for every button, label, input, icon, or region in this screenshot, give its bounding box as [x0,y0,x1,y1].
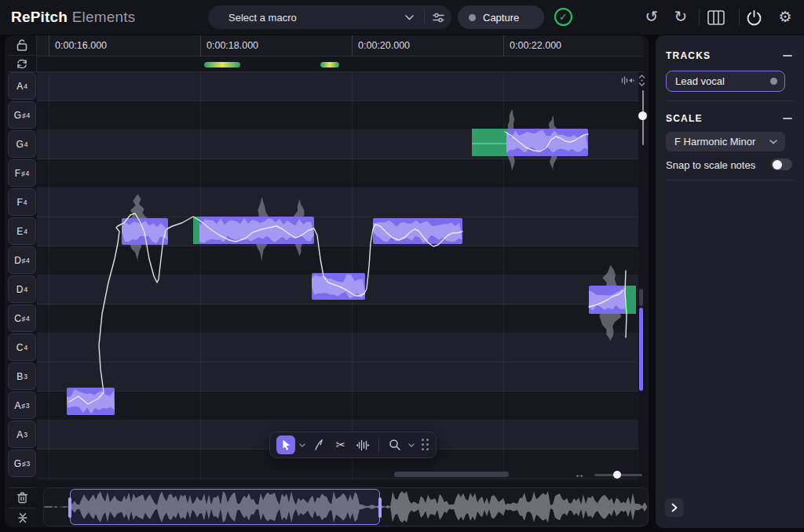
note-block-E4[interactable] [122,218,168,245]
zoom-tool-button[interactable] [386,435,404,454]
power-button[interactable] [746,9,766,26]
piano-key-B3[interactable]: B3 [8,363,36,390]
piano-key-Fs4[interactable]: F♯4 [8,159,36,187]
tool-bar: ✂ [269,432,437,458]
snap-to-scale-toggle[interactable] [771,159,792,170]
loop-marker[interactable] [204,62,240,67]
horizontal-scrollbar[interactable] [394,472,509,477]
capture-button[interactable]: Capture [458,5,544,29]
sidebar: TRACKS Lead vocal SCALE F Harmonic Minor… [656,35,804,528]
zoom-tool-dropdown-icon[interactable] [407,443,415,447]
piano-key-F4[interactable]: F4 [8,188,36,216]
scale-collapse-icon[interactable] [783,118,792,119]
grid-line [200,72,201,480]
loop-button[interactable] [8,56,37,72]
macro-settings-icon[interactable] [432,11,445,24]
vertical-scrollbar-shadow[interactable] [639,289,643,306]
scale-dropdown[interactable]: F Harmonic Minor [666,132,785,151]
toolbar-drag-handle[interactable] [422,439,429,451]
chevron-down-icon [769,140,777,144]
auto-scroll-icon[interactable] [621,75,634,86]
tracks-section-title: TRACKS [666,50,711,61]
macro-dropdown-label: Select a macro [228,12,297,24]
select-tool-dropdown-icon[interactable] [298,443,306,447]
grid-line [49,72,49,480]
tracks-collapse-icon[interactable] [783,55,792,56]
overview-selection[interactable] [70,489,380,525]
piano-key-Ds4[interactable]: D♯4 [8,246,36,274]
note-block-D4[interactable] [312,273,365,300]
piano-key-E4[interactable]: E4 [8,217,36,245]
piano-key-As3[interactable]: A♯3 [8,392,36,419]
lock-button[interactable] [8,35,37,56]
piano-key-Gs4[interactable]: G♯4 [8,101,36,129]
note-block-E4[interactable] [193,217,314,244]
vertical-zoom-knob[interactable] [638,111,647,120]
divider [424,10,425,24]
unvoiced-segment [193,217,199,244]
scissors-tool-button[interactable]: ✂ [331,435,350,454]
brand-name: RePitch [11,9,68,25]
piano-key-Gs3[interactable]: G♯3 [8,450,36,477]
grid-row [37,333,638,363]
capture-dot-icon [469,14,476,21]
warp-tool-button[interactable] [353,435,372,454]
top-bar: RePitch Elements Select a macro Capture … [0,0,804,35]
piano-key-A4[interactable]: A4 [8,72,36,100]
horizontal-zoom-icon: ↔ [574,468,585,480]
piano-keys: A4G♯4G4F♯4F4E4D♯4D4C♯4C4B3A♯3A3G♯3 [8,72,37,480]
track-name: Lead vocal [675,75,725,87]
app-logo: RePitch Elements [11,9,135,26]
note-block-As3[interactable] [67,388,115,415]
divider [666,180,794,180]
select-tool-button[interactable] [276,435,295,454]
piano-key-C4[interactable]: C4 [8,333,36,361]
note-block-G4[interactable] [472,129,588,156]
piano-key-A3[interactable]: A3 [8,421,36,448]
piano-key-G4[interactable]: G4 [8,130,36,158]
ruler-tick: 0:00:20.000 [352,35,353,56]
grid-row [37,304,638,333]
horizontal-zoom-knob[interactable] [613,471,621,479]
grid-row [37,392,638,421]
ruler-tick: 0:00:16.000 [49,35,49,56]
loop-ruler[interactable] [37,56,644,72]
track-color-dot [770,78,777,85]
piano-key-D4[interactable]: D4 [8,275,36,303]
redo-button[interactable]: ↻ [671,8,691,25]
note-block-E4[interactable] [373,218,462,244]
track-item-lead-vocal[interactable]: Lead vocal [666,71,785,92]
loop-marker[interactable] [320,62,339,67]
pitch-grid[interactable] [37,72,638,480]
snap-to-scale-label: Snap to scale notes [666,159,755,171]
note-block-D4[interactable] [589,286,636,314]
grid-row [37,72,638,101]
sidebar-expand-button[interactable] [665,498,684,517]
trim-button[interactable] [9,508,35,527]
status-check-icon: ✓ [554,8,572,26]
vertical-scrollbar[interactable] [639,308,643,391]
columns-view-button[interactable] [707,10,728,25]
waveform-overview[interactable] [43,487,649,527]
scale-section-title: SCALE [666,113,703,124]
unvoiced-segment [472,129,506,156]
unvoiced-segment [625,286,636,314]
macro-dropdown[interactable]: Select a macro [208,5,451,29]
vertical-zoom-icon[interactable] [637,75,647,86]
divider [699,9,700,26]
pen-tool-button[interactable] [309,435,328,454]
time-ruler[interactable]: 0:00:16.0000:00:18.0000:00:20.0000:00:22… [37,35,644,56]
selection-left-handle[interactable] [68,497,71,518]
divider [739,9,740,26]
selection-right-handle[interactable] [378,497,382,518]
piano-key-Cs4[interactable]: C♯4 [8,304,36,332]
delete-button[interactable] [9,487,35,506]
grid-row [37,363,638,392]
divider [666,100,794,101]
settings-gear-icon[interactable]: ⚙ [775,9,795,26]
divider [378,438,379,452]
toggle-knob [773,160,782,169]
capture-button-label: Capture [483,12,519,24]
scale-dropdown-value: F Harmonic Minor [674,136,755,148]
undo-button[interactable]: ↺ [641,8,662,25]
